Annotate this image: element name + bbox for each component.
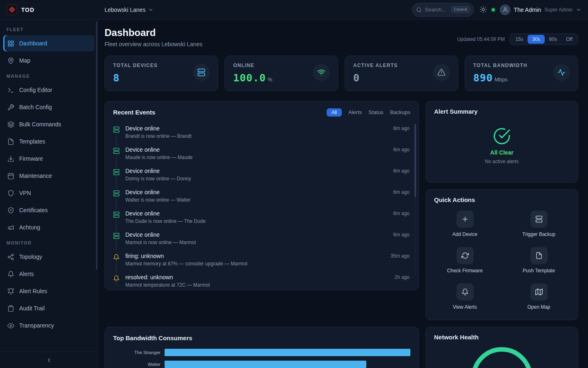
sidebar-item-templates[interactable]: Templates [3,133,94,150]
event-detail: Maude is now online — Maude [125,155,388,160]
recent-events-card: Recent Events AllAlertsStatusBackups Dev… [105,101,419,290]
bandwidth-track [165,349,410,356]
activity-icon [557,68,566,76]
sidebar-item-maintenance[interactable]: Maintenance [3,168,94,184]
event-title: Device online [125,168,388,174]
event-row[interactable]: Device online Walter is now online — Wal… [113,185,410,206]
sidebar-item-alerts[interactable]: Alerts [3,266,94,282]
sidebar-item-alert-rules[interactable]: Alert Rules [3,283,94,299]
sidebar-item-topology[interactable]: Topology [3,249,94,265]
event-row[interactable]: Device online Marmot is now online — Mar… [113,228,410,249]
event-row[interactable]: Device online Brandt is now online — Bra… [113,121,410,143]
sidebar-item-certificates[interactable]: Certificates [3,202,94,218]
search-shortcut-badge: Cmd+K [451,6,470,13]
sidebar-item-map[interactable]: Map [3,52,94,69]
event-row[interactable]: Device online Maude is now online — Maud… [113,143,410,164]
stat-value: 890Mbps [473,72,528,84]
alert-summary-title: Alert Summary [434,108,570,115]
sidebar-item-label: Templates [19,138,45,145]
events-scrollbar[interactable] [414,124,416,276]
sidebar-scrollbar[interactable] [96,21,97,270]
event-text: Device online The Dude is now online — T… [125,210,388,224]
sidebar-item-audit-trail[interactable]: Audit Trail [3,300,94,316]
sidebar-item-vpn[interactable]: VPN [3,185,94,201]
user-menu[interactable]: The Admin Super Admin [500,4,581,15]
refresh-option-15s[interactable]: 15s [511,35,528,44]
org-name: Lebowski Lanes [105,7,145,13]
download-icon [7,155,14,162]
org-selector[interactable]: Lebowski Lanes [105,7,154,13]
search-icon [416,7,422,13]
quick-action-push-template[interactable]: Push Template [508,247,570,274]
bandwidth-title: Top Bandwidth Consumers [113,334,410,341]
event-icon-wrap [113,253,120,262]
refresh-icon [461,252,469,259]
network-health-card: Network Health [425,327,578,368]
wifi-icon [317,68,325,76]
quick-action-view-alerts[interactable]: View Alerts [434,283,496,310]
events-list: Device online Brandt is now online — Bra… [105,121,419,290]
event-icon-wrap [113,146,120,155]
refresh-option-30s[interactable]: 30s [528,35,544,44]
sidebar-item-bulk-commands[interactable]: Bulk Commands [3,116,94,132]
stat-card-total-bandwidth: TOTAL BANDWIDTH 890Mbps [465,56,578,91]
refresh-option-60s[interactable]: 60s [545,35,561,44]
stat-value: 0 [353,72,398,84]
events-card-header: Recent Events AllAlertsStatusBackups [105,101,419,121]
user-icon [503,7,508,12]
events-tab-alerts[interactable]: Alerts [348,108,362,117]
stat-icon-tile [553,64,570,81]
events-tab-status[interactable]: Status [368,108,383,117]
quick-action-check-firmware[interactable]: Check Firmware [434,247,496,274]
page-header-text: Dashboard Fleet overview across Lebowski… [105,27,203,47]
quick-action-add-device[interactable]: Add Device [434,211,496,237]
event-time: 6m ago [393,168,410,182]
theme-toggle-button[interactable] [480,6,487,13]
bandwidth-device-label: Walter [113,362,160,367]
stat-text: TOTAL BANDWIDTH 890Mbps [473,63,528,84]
event-title: Device online [125,146,388,153]
sidebar-item-config-editor[interactable]: Config Editor [3,82,94,98]
sun-icon [480,6,487,13]
plus-icon-tile [457,211,474,228]
file-icon [535,252,543,259]
sidebar-item-dashboard[interactable]: Dashboard [3,35,94,52]
event-text: resolved: unknown Marmot temperature at … [125,274,389,288]
stats-row: TOTAL DEVICES 8 ONLINE 100.0% ACTIVE ALE… [105,56,578,91]
diamond-icon [9,7,15,13]
event-row[interactable]: Device online Donny is now online — Donn… [113,164,410,185]
sidebar-item-label: Bulk Commands [19,121,61,128]
stat-label: TOTAL DEVICES [113,63,158,68]
event-icon-wrap [113,125,120,134]
event-icon-wrap [113,274,120,283]
event-row[interactable]: resolved: unknown Marmot temperature at … [113,270,410,290]
sidebar-item-achtung[interactable]: Achtung [3,219,94,236]
search-box[interactable]: Cmd+K [412,3,474,17]
events-scroll-thumb[interactable] [414,124,416,197]
sidebar-section-manage: MANAGE [0,70,98,81]
sidebar-collapse-button[interactable] [0,352,98,368]
events-tab-all[interactable]: All [327,108,342,117]
sidebar-item-firmware[interactable]: Firmware [3,150,94,167]
search-input[interactable] [425,7,448,13]
refresh-option-off[interactable]: Off [561,35,577,44]
brand-name: TOD [21,7,34,13]
alert-status-text: All Clear [490,149,514,156]
quick-action-trigger-backup[interactable]: Trigger Backup [508,211,570,237]
event-row[interactable]: Device online The Dude is now online — T… [113,206,410,228]
user-role: Super Admin [544,7,572,13]
sidebar-item-batch-config[interactable]: Batch Config [3,99,94,115]
check-circle-icon [493,127,511,145]
sun-icon [480,6,487,13]
quick-actions-grid: Add Device Trigger Backup Check Firmware… [434,211,570,310]
stat-text: ACTIVE ALERTS 0 [353,63,398,84]
sidebar-item-transparency[interactable]: Transparency [3,317,94,334]
events-tab-backups[interactable]: Backups [390,108,410,117]
event-row[interactable]: firing: unknown Marmot memory at 87% — c… [113,249,410,270]
server-icon [113,169,120,175]
page-header-controls: Updated 05:44:09 PM 15s30s60sOff [457,31,578,47]
quick-action-open-map[interactable]: Open Map [508,283,570,310]
bandwidth-bar [165,349,410,356]
event-time: 6m ago [393,146,410,160]
event-detail: Donny is now online — Donny [125,176,388,182]
